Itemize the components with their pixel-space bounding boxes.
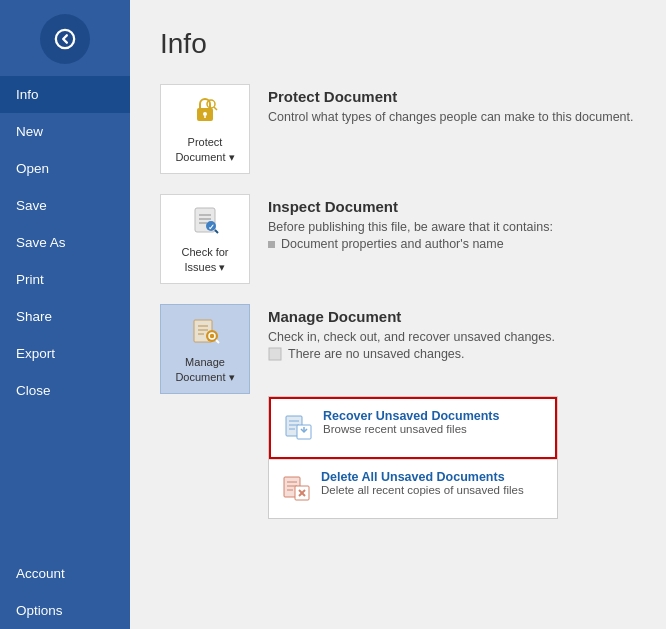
recover-desc: Browse recent unsaved files bbox=[323, 423, 499, 435]
svg-rect-20 bbox=[269, 348, 281, 360]
back-button[interactable] bbox=[40, 14, 90, 64]
manage-document-content: Manage Document Check in, check out, and… bbox=[268, 304, 636, 361]
main-content: Info ProtectDocument ▾ Protect Document … bbox=[130, 0, 666, 629]
recover-icon bbox=[283, 411, 313, 447]
check-issues-icon: ✓ bbox=[189, 204, 221, 241]
manage-document-button[interactable]: ManageDocument ▾ bbox=[160, 304, 250, 394]
svg-line-19 bbox=[216, 340, 219, 343]
protect-document-title: Protect Document bbox=[268, 88, 636, 105]
recover-title: Recover Unsaved Documents bbox=[323, 409, 499, 423]
sidebar-item-options[interactable]: Options bbox=[0, 592, 130, 629]
recover-text: Recover Unsaved Documents Browse recent … bbox=[323, 409, 499, 435]
recover-unsaved-button[interactable]: Recover Unsaved Documents Browse recent … bbox=[269, 397, 557, 459]
protect-document-content: Protect Document Control what types of c… bbox=[268, 84, 636, 127]
protect-document-button[interactable]: ProtectDocument ▾ bbox=[160, 84, 250, 174]
delete-title: Delete All Unsaved Documents bbox=[321, 470, 524, 484]
sidebar-item-share[interactable]: Share bbox=[0, 298, 130, 335]
inspect-document-row: ✓ Check forIssues ▾ Inspect Document Bef… bbox=[160, 194, 636, 284]
sidebar-item-print[interactable]: Print bbox=[0, 261, 130, 298]
svg-text:✓: ✓ bbox=[208, 223, 215, 232]
sidebar-item-saveas[interactable]: Save As bbox=[0, 224, 130, 261]
inspect-document-desc: Before publishing this file, be aware th… bbox=[268, 220, 636, 234]
svg-point-0 bbox=[56, 30, 74, 48]
check-issues-button[interactable]: ✓ Check forIssues ▾ bbox=[160, 194, 250, 284]
svg-line-12 bbox=[215, 230, 218, 233]
inspect-document-title: Inspect Document bbox=[268, 198, 636, 215]
inspect-document-bullet: Document properties and author's name bbox=[268, 237, 636, 251]
manage-document-desc: Check in, check out, and recover unsaved… bbox=[268, 330, 636, 344]
delete-unsaved-button[interactable]: Delete All Unsaved Documents Delete all … bbox=[269, 460, 557, 518]
protect-document-label: ProtectDocument ▾ bbox=[175, 135, 234, 164]
protect-document-desc: Control what types of changes people can… bbox=[268, 110, 636, 124]
svg-line-5 bbox=[214, 107, 217, 110]
sidebar-item-close[interactable]: Close bbox=[0, 372, 130, 409]
protect-document-row: ProtectDocument ▾ Protect Document Contr… bbox=[160, 84, 636, 174]
inspect-document-content: Inspect Document Before publishing this … bbox=[268, 194, 636, 251]
svg-point-2 bbox=[203, 112, 207, 116]
page-title: Info bbox=[160, 28, 636, 60]
check-issues-label: Check forIssues ▾ bbox=[181, 245, 228, 274]
manage-document-dropdown: Recover Unsaved Documents Browse recent … bbox=[268, 396, 558, 519]
sidebar-item-export[interactable]: Export bbox=[0, 335, 130, 372]
sidebar: Info New Open Save Save As Print Share E… bbox=[0, 0, 130, 629]
bullet-square-icon bbox=[268, 241, 275, 248]
manage-document-title: Manage Document bbox=[268, 308, 636, 325]
lock-icon bbox=[189, 94, 221, 131]
delete-icon bbox=[281, 472, 311, 508]
manage-document-row: ManageDocument ▾ Manage Document Check i… bbox=[160, 304, 636, 394]
delete-desc: Delete all recent copies of unsaved file… bbox=[321, 484, 524, 496]
manage-document-bullet: There are no unsaved changes. bbox=[268, 347, 636, 361]
sidebar-item-account[interactable]: Account bbox=[0, 555, 130, 592]
manage-document-label: ManageDocument ▾ bbox=[175, 355, 234, 384]
delete-text: Delete All Unsaved Documents Delete all … bbox=[321, 470, 524, 496]
sidebar-item-new[interactable]: New bbox=[0, 113, 130, 150]
manage-document-icon bbox=[189, 314, 221, 351]
sidebar-item-open[interactable]: Open bbox=[0, 150, 130, 187]
sidebar-item-save[interactable]: Save bbox=[0, 187, 130, 224]
sidebar-item-info[interactable]: Info bbox=[0, 76, 130, 113]
